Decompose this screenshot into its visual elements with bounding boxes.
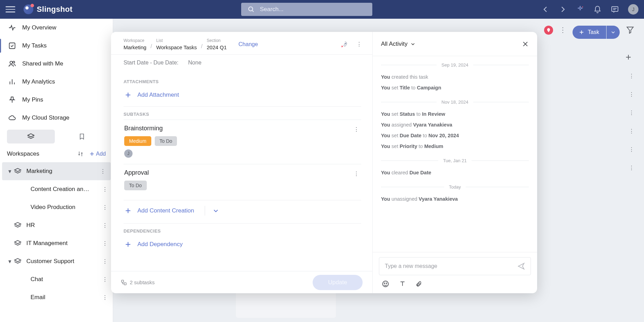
layers-icon [14,167,22,175]
activity-line: You created this task [381,72,529,82]
add-subtask-button[interactable]: Add Content Creation [137,207,194,214]
workspace-child-chat[interactable]: Chat ⋮ [0,270,113,288]
crumb-list[interactable]: Workspace Tasks [156,44,197,50]
row-kebab-icon[interactable]: ⋮ [629,128,634,134]
crumb-section[interactable]: 2024 Q1 [207,44,227,50]
attachment-icon[interactable] [416,280,422,288]
kebab-icon[interactable]: ⋮ [102,276,108,283]
row-kebab-icon[interactable]: ⋮ [629,146,634,153]
date-value[interactable]: None [188,60,201,66]
subtask-item[interactable]: Approval ⋮ To Do [124,164,361,200]
kebab-icon[interactable]: ⋮ [102,222,108,229]
svg-point-25 [345,43,346,44]
workspace-label: Marketing [26,168,52,175]
kebab-icon[interactable]: ⋮ [102,294,108,301]
workspace-support[interactable]: ▾ Customer Support ⋮ [0,252,113,270]
priority-chip[interactable]: Medium [124,136,151,146]
nav-shared[interactable]: Shared with Me [0,55,113,73]
logo[interactable]: Slingshot [24,5,73,14]
add-workspace[interactable]: Add [89,151,106,157]
change-link[interactable]: Change [238,41,258,47]
pin-badge-icon[interactable] [544,26,553,35]
activity-date-divider: Sep 19, 2024 [381,62,529,68]
add-column-button[interactable] [622,51,634,63]
sort-icon[interactable] [77,151,84,157]
message-input[interactable] [385,263,517,269]
kebab-icon[interactable]: ⋮ [100,168,106,175]
modal-kebab-icon[interactable]: ⋮ [356,41,363,47]
row-kebab-icon[interactable]: ⋮ [629,73,634,79]
message-composer[interactable] [379,257,531,275]
svg-rect-3 [612,7,618,11]
assignee-avatar[interactable]: J [124,149,133,158]
view-stacks-toggle[interactable] [7,130,55,143]
nav-analytics[interactable]: My Analytics [0,73,113,91]
search-input[interactable] [260,6,366,13]
row-kebab-icon[interactable]: ⋮ [629,165,634,171]
nav-overview[interactable]: My Overview [0,19,113,37]
workspace-marketing[interactable]: ▾ Marketing ⋮ [2,162,111,180]
add-label: Add [96,151,106,157]
close-icon[interactable] [522,41,529,47]
plus-icon [89,151,95,157]
crumb-workspace[interactable]: Marketing [124,44,146,50]
kebab-icon[interactable]: ⋮ [102,204,108,211]
rocket-icon[interactable] [340,41,348,48]
status-chip[interactable]: To Do [124,181,147,190]
nav-cloud[interactable]: My Cloud Storage [0,109,113,127]
row-kebab-icon[interactable]: ⋮ [629,91,634,98]
status-chip[interactable]: To Do [155,136,177,146]
child-label: Content Creation an… [31,186,89,193]
workspace-child-content[interactable]: Content Creation an… ⋮ [0,180,113,198]
workspace-it[interactable]: IT Management ⋮ [0,234,113,252]
bell-icon[interactable] [593,5,602,14]
sparkle-icon[interactable] [576,5,584,14]
subtask-kebab-icon[interactable]: ⋮ [354,126,360,133]
view-bookmarks-toggle[interactable] [58,130,106,143]
svg-marker-13 [28,134,34,137]
emoji-icon[interactable] [382,280,389,288]
activity-date-divider: Nov 18, 2024 [381,99,529,105]
cloud-icon [8,114,16,122]
search-box[interactable] [241,3,372,16]
nav-label: My Analytics [22,78,55,85]
subtasks-heading: SUBTASKS [124,106,361,120]
add-attachment-button[interactable]: Add Attachment [124,87,361,106]
subtask-item[interactable]: Brainstorming ⋮ Medium To Do J [124,120,361,164]
nav-my-tasks[interactable]: My Tasks [0,37,113,55]
kebab-icon[interactable]: ⋮ [102,258,108,265]
app-name: Slingshot [37,5,73,14]
chevron-down-icon[interactable] [213,208,219,214]
kebab-icon[interactable]: ⋮ [559,26,566,34]
filter-icon[interactable] [626,26,634,34]
menu-icon[interactable] [6,5,15,14]
chevron-down-icon[interactable]: ▾ [7,258,12,265]
new-task-dropdown[interactable] [607,26,620,39]
nav-forward-icon[interactable] [559,5,567,14]
chat-icon[interactable] [611,5,619,14]
workspace-child-email[interactable]: Email ⋮ [0,288,113,306]
child-label: Email [31,294,45,301]
workspace-hr[interactable]: HR ⋮ [0,216,113,234]
nav-label: My Cloud Storage [22,114,69,121]
nav-pins[interactable]: My Pins [0,91,113,109]
nav-back-icon[interactable] [541,5,550,14]
attachments-heading: ATTACHMENTS [124,74,361,87]
user-avatar[interactable]: J [628,4,638,15]
subtask-kebab-icon[interactable]: ⋮ [354,171,360,177]
activity-date-divider: Today [381,184,529,190]
kebab-icon[interactable]: ⋮ [102,186,108,193]
kebab-icon[interactable]: ⋮ [102,240,108,247]
send-icon[interactable] [517,262,525,270]
workspace-child-video[interactable]: Video Production ⋮ [0,198,113,216]
activity-filter[interactable]: All Activity [381,41,415,47]
chevron-down-icon[interactable]: ▾ [7,168,12,175]
subtask-title: Brainstorming [124,125,361,132]
row-kebab-icon[interactable]: ⋮ [629,110,634,116]
date-label: Start Date - Due Date: [124,60,178,66]
update-button[interactable]: Update [313,275,363,290]
svg-rect-33 [124,282,126,285]
text-format-icon[interactable] [399,280,406,288]
new-task-button[interactable]: Task [573,26,606,39]
add-dependency-button[interactable]: Add Dependency [124,236,361,256]
